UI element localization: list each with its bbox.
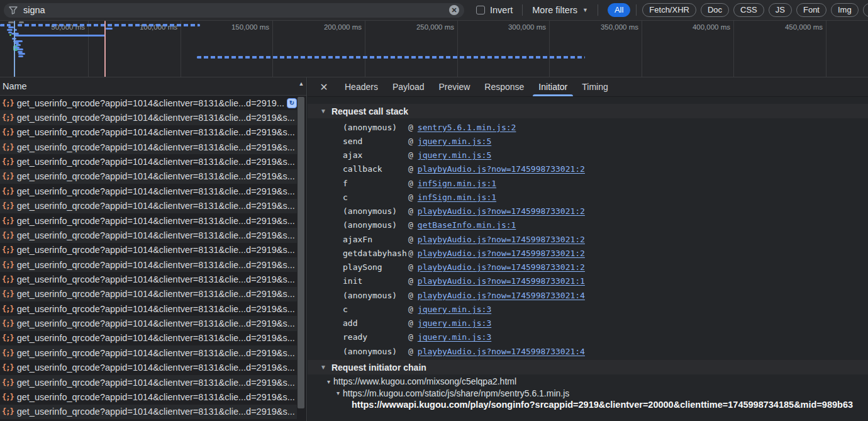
request-row[interactable]: {;}get_userinfo_qrcode?appid=1014&client…	[0, 228, 297, 242]
stack-source-link[interactable]: playbyAudio.js?now=1745998733021:4	[418, 347, 585, 356]
filter-chip-all[interactable]: All	[608, 3, 630, 17]
request-row[interactable]: {;}get_userinfo_qrcode?appid=1014&client…	[0, 169, 297, 184]
request-row[interactable]: {;}get_userinfo_qrcode?appid=1014&client…	[0, 301, 297, 316]
at-symbol: @	[408, 318, 413, 328]
initiator-chain-item[interactable]: ▾https://www.kugou.com/mixsong/c5elqpa2.…	[308, 376, 868, 388]
request-row[interactable]: {;}get_userinfo_qrcode?appid=1014&client…	[0, 390, 297, 404]
close-icon[interactable]: ✕	[318, 81, 330, 93]
filter-chip-doc[interactable]: Doc	[701, 3, 729, 17]
json-request-icon: {;}	[2, 128, 14, 137]
request-row[interactable]: {;}get_userinfo_qrcode?appid=1014&client…	[0, 125, 297, 140]
tab-initiator[interactable]: Initiator	[538, 77, 567, 96]
filter-input[interactable]: signa ✕	[4, 3, 464, 18]
request-row[interactable]: {;}get_userinfo_qrcode?appid=1014&client…	[0, 243, 297, 257]
initiator-chain-header[interactable]: ▼ Request initiator chain	[308, 360, 868, 374]
request-row[interactable]: {;}get_userinfo_qrcode?appid=1014&client…	[0, 345, 297, 360]
filter-chip-js[interactable]: JS	[769, 3, 792, 17]
stack-source-link[interactable]: sentry5.6.1.min.js:2	[418, 123, 516, 132]
initiator-chain-item[interactable]: ▾https://m.kugou.com/static/js/share/npm…	[308, 388, 868, 400]
request-row[interactable]: {;}get_userinfo_qrcode?appid=1014&client…	[0, 360, 297, 374]
tab-timing[interactable]: Timing	[582, 77, 608, 96]
invert-checkbox[interactable]	[476, 6, 485, 14]
clear-filter-icon[interactable]: ✕	[449, 5, 459, 15]
request-row[interactable]: {;}get_userinfo_qrcode?appid=1014&client…	[0, 331, 297, 345]
filter-input-value[interactable]: signa	[23, 5, 449, 15]
json-request-icon: {;}	[2, 187, 14, 196]
request-row[interactable]: {;}get_userinfo_qrcode?appid=1014&client…	[0, 375, 297, 390]
request-name: get_userinfo_qrcode?appid=1014&clientver…	[17, 98, 284, 108]
request-row[interactable]: {;}get_userinfo_qrcode?appid=1014&client…	[0, 287, 297, 301]
request-row[interactable]: {;}get_userinfo_qrcode?appid=1014&client…	[0, 199, 297, 213]
stack-source-link[interactable]: jquery.min.js:3	[418, 332, 491, 342]
name-column-label: Name	[3, 81, 27, 91]
filter-chip-font[interactable]: Font	[796, 3, 826, 17]
initiator-chain-item[interactable]: https://wwwapi.kugou.com/play/songinfo?s…	[308, 399, 868, 411]
disclosure-triangle-icon[interactable]: ▾	[327, 378, 330, 385]
scrollbar-thumb[interactable]	[298, 97, 304, 408]
stack-source-link[interactable]: getBaseInfo.min.js:1	[418, 220, 516, 230]
request-row[interactable]: {;}get_userinfo_qrcode?appid=1014&client…	[0, 96, 297, 110]
request-row[interactable]: {;}get_userinfo_qrcode?appid=1014&client…	[0, 405, 297, 419]
request-row[interactable]: {;}get_userinfo_qrcode?appid=1014&client…	[0, 140, 297, 154]
filter-chip-img[interactable]: Img	[831, 3, 859, 17]
json-request-icon: {;}	[2, 393, 14, 401]
stack-source-link[interactable]: playbyAudio.js?now=1745998733021:2	[418, 206, 585, 216]
stack-function-name: (anonymous)	[343, 220, 408, 230]
filter-chips: AllFetch/XHRDocCSSJSFontImgMediaManifest	[608, 3, 868, 17]
tab-payload[interactable]: Payload	[392, 77, 425, 96]
stack-frame: (anonymous)@playbyAudio.js?now=174599873…	[308, 205, 868, 218]
request-row[interactable]: {;}get_userinfo_qrcode?appid=1014&client…	[0, 154, 297, 169]
filter-chip-css[interactable]: CSS	[733, 3, 764, 17]
request-row[interactable]: {;}get_userinfo_qrcode?appid=1014&client…	[0, 272, 297, 286]
dcl-event-line	[14, 21, 15, 77]
request-name: get_userinfo_qrcode?appid=1014&clientver…	[17, 378, 295, 388]
disclosure-triangle-icon[interactable]: ▼	[320, 364, 326, 371]
stack-function-name: ready	[343, 332, 408, 342]
stack-source-link[interactable]: infSign.min.js:1	[418, 179, 496, 188]
stack-source-link[interactable]: jquery.min.js:3	[418, 318, 491, 328]
request-list-scrollbar[interactable]: ▲	[297, 77, 306, 421]
more-filters-button[interactable]: More filters ▼	[532, 5, 588, 15]
stack-source-link[interactable]: jquery.min.js:5	[418, 137, 491, 146]
timeline-overview[interactable]: 50,000 ms100,000 ms150,000 ms200,000 ms2…	[0, 21, 868, 77]
json-request-icon: {;}	[2, 363, 14, 372]
initiator-url[interactable]: https://m.kugou.com/static/js/share/npm/…	[343, 388, 569, 398]
stack-source-link[interactable]: playbyAudio.js?now=1745998733021:2	[418, 249, 585, 258]
tab-response[interactable]: Response	[484, 77, 524, 96]
request-row[interactable]: {;}get_userinfo_qrcode?appid=1014&client…	[0, 316, 297, 330]
json-request-icon: {;}	[2, 143, 14, 152]
stack-source-link[interactable]: jquery.min.js:3	[418, 305, 491, 314]
json-request-icon: {;}	[2, 231, 14, 240]
call-stack-header[interactable]: ▼ Request call stack	[308, 104, 868, 118]
request-row[interactable]: {;}get_userinfo_qrcode?appid=1014&client…	[0, 110, 297, 125]
at-symbol: @	[408, 291, 413, 300]
stack-frame: f@infSign.min.js:1	[308, 176, 868, 190]
invert-filter-toggle[interactable]: Invert	[476, 5, 513, 15]
disclosure-triangle-icon[interactable]: ▾	[337, 390, 340, 396]
stack-source-link[interactable]: playbyAudio.js?now=1745998733021:1	[418, 276, 585, 286]
stack-source-link[interactable]: playbyAudio.js?now=1745998733021:2	[418, 164, 585, 174]
name-column-header[interactable]: Name	[0, 77, 306, 96]
third-party-cookie-icon[interactable]: ↻	[287, 98, 297, 108]
stack-source-link[interactable]: playbyAudio.js?now=1745998733021:2	[418, 262, 585, 272]
current-request-url[interactable]: https://wwwapi.kugou.com/play/songinfo?s…	[352, 400, 853, 410]
initiator-url[interactable]: https://www.kugou.com/mixsong/c5elqpa2.h…	[333, 376, 516, 386]
stack-source-link[interactable]: playbyAudio.js?now=1745998733021:4	[418, 291, 585, 300]
stack-source-link[interactable]: jquery.min.js:5	[418, 150, 491, 160]
stack-source-link[interactable]: playbyAudio.js?now=1745998733021:2	[418, 235, 585, 244]
request-name: get_userinfo_qrcode?appid=1014&clientver…	[17, 362, 295, 373]
request-row[interactable]: {;}get_userinfo_qrcode?appid=1014&client…	[0, 213, 297, 228]
tab-headers[interactable]: Headers	[345, 77, 378, 96]
scroll-up-icon[interactable]: ▲	[297, 81, 306, 87]
request-row[interactable]: {;}get_userinfo_qrcode?appid=1014&client…	[0, 257, 297, 272]
request-row[interactable]: {;}get_userinfo_qrcode?appid=1014&client…	[0, 184, 297, 198]
stack-source-link[interactable]: infSign.min.js:1	[418, 193, 496, 202]
stack-frame: ajax@jquery.min.js:5	[308, 149, 868, 162]
filter-chip-media[interactable]: Media	[863, 3, 868, 17]
request-name: get_userinfo_qrcode?appid=1014&clientver…	[17, 127, 295, 137]
filter-chip-fetch-xhr[interactable]: Fetch/XHR	[642, 3, 696, 17]
call-stack-title: Request call stack	[331, 106, 408, 116]
tab-preview[interactable]: Preview	[439, 77, 470, 96]
disclosure-triangle-icon[interactable]: ▼	[320, 108, 326, 115]
stack-function-name: (anonymous)	[343, 123, 408, 132]
